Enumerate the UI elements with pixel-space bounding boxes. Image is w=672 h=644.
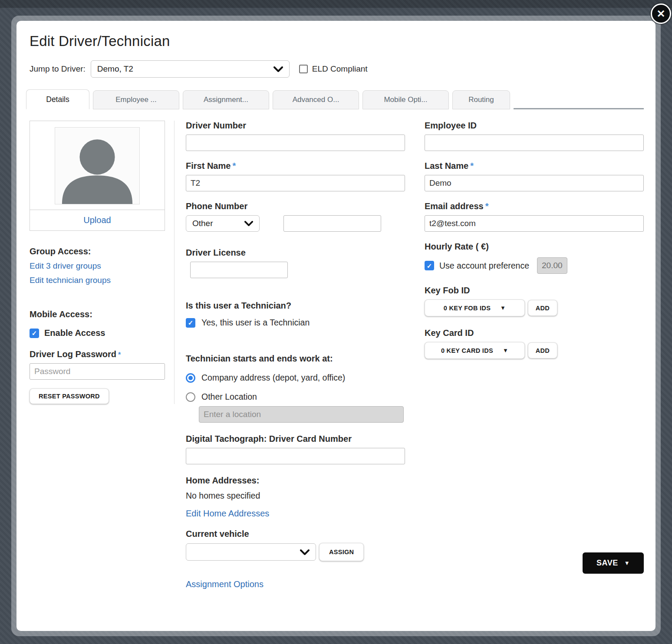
key-card-label: Key Card ID <box>425 328 644 338</box>
current-vehicle-select[interactable] <box>186 543 316 561</box>
company-address-radio[interactable] <box>186 373 195 383</box>
tab-advanced-options[interactable]: Advanced O... <box>273 90 359 109</box>
employee-id-label: Employee ID <box>425 121 644 131</box>
reset-password-button[interactable]: RESET PASSWORD <box>30 388 109 404</box>
first-name-label: First Name* <box>186 161 405 171</box>
jump-to-driver-select[interactable]: Demo, T2 <box>91 60 290 78</box>
tab-bar-rule <box>514 108 644 109</box>
key-card-dropdown[interactable]: 0 KEY CARD IDS ▼ <box>425 342 525 359</box>
caret-down-icon: ▼ <box>500 305 506 311</box>
driver-license-label: Driver License <box>186 248 405 258</box>
caret-down-icon: ▼ <box>503 347 508 354</box>
tab-routing[interactable]: Routing <box>452 90 510 109</box>
technician-question-heading: Is this user a Technician? <box>186 301 405 311</box>
tab-bar: Details Employee ... Assignment... Advan… <box>16 89 656 109</box>
group-access-section: Group Access: Edit 3 driver groups Edit … <box>30 246 165 285</box>
enable-access-label: Enable Access <box>44 328 105 338</box>
details-tab-content: Upload Group Access: Edit 3 driver group… <box>16 121 656 589</box>
is-technician-checkbox[interactable]: ✓ <box>186 318 195 328</box>
driver-number-input[interactable] <box>186 135 405 151</box>
other-location-input <box>199 406 404 423</box>
home-addresses-section: Home Addresses: No homes specified Edit … <box>186 476 405 519</box>
phone-type-value: Other <box>192 219 213 228</box>
mobile-access-heading: Mobile Access: <box>30 309 165 319</box>
use-account-preference-checkbox[interactable]: ✓ <box>425 261 434 270</box>
upload-link[interactable]: Upload <box>83 215 111 225</box>
phone-type-select[interactable]: Other <box>186 215 260 232</box>
driver-number-label: Driver Number <box>186 121 405 131</box>
right-column: Employee ID Last Name* Email address* Ho… <box>425 121 644 359</box>
jump-to-driver-label: Jump to Driver: <box>30 64 86 74</box>
home-addresses-status: No homes specified <box>186 491 405 501</box>
add-key-card-button[interactable]: ADD <box>528 342 557 358</box>
tachograph-input[interactable] <box>186 448 405 464</box>
save-button[interactable]: SAVE ▼ <box>583 552 644 574</box>
last-name-label: Last Name* <box>425 161 644 171</box>
chevron-down-icon <box>244 221 253 226</box>
eld-compliant-checkbox[interactable] <box>299 65 308 73</box>
edit-driver-dialog: Edit Driver/Technician Jump to Driver: D… <box>16 21 656 631</box>
close-dialog-button[interactable]: ✕ <box>651 3 671 24</box>
assignment-options-link[interactable]: Assignment Options <box>186 579 264 589</box>
driver-log-password-label: Driver Log Password <box>30 349 116 359</box>
upload-row: Upload <box>30 210 165 230</box>
tab-mobile-options[interactable]: Mobile Opti... <box>362 90 449 109</box>
employee-id-input[interactable] <box>425 135 644 151</box>
key-fob-section: Key Fob ID 0 KEY FOB IDS ▼ ADD <box>425 286 644 316</box>
jump-to-driver-row: Jump to Driver: Demo, T2 ELD Compliant <box>30 60 656 78</box>
eld-compliant-row: ELD Compliant <box>299 64 368 74</box>
chevron-down-icon <box>300 549 310 555</box>
other-location-label: Other Location <box>201 392 257 402</box>
check-icon: ✓ <box>188 319 194 326</box>
is-technician-label: Yes, this user is a Technician <box>201 318 310 328</box>
key-card-section: Key Card ID 0 KEY CARD IDS ▼ ADD <box>425 328 644 359</box>
driver-photo-box: Upload <box>30 121 165 231</box>
assign-vehicle-button[interactable]: ASSIGN <box>319 543 364 561</box>
close-icon: ✕ <box>656 9 665 19</box>
email-input[interactable] <box>425 215 644 232</box>
driver-photo <box>55 127 140 204</box>
tab-details[interactable]: Details <box>26 89 89 109</box>
hourly-rate-input <box>537 257 567 274</box>
person-silhouette-icon <box>55 130 139 204</box>
left-column: Upload Group Access: Edit 3 driver group… <box>30 121 175 404</box>
required-asterisk: * <box>118 351 121 358</box>
add-key-fob-button[interactable]: ADD <box>528 300 557 316</box>
mobile-access-section: Mobile Access: ✓ Enable Access Driver Lo… <box>30 309 165 404</box>
tab-employee[interactable]: Employee ... <box>93 90 179 109</box>
last-name-input[interactable] <box>425 175 644 191</box>
key-fob-dropdown[interactable]: 0 KEY FOB IDS ▼ <box>425 299 525 316</box>
driver-log-password-group: Driver Log Password* <box>30 349 165 380</box>
driver-license-input[interactable] <box>190 262 288 278</box>
first-name-input[interactable] <box>186 175 405 191</box>
hourly-rate-section: Hourly Rate ( €) ✓ Use account preferenc… <box>425 242 644 274</box>
tab-assignment[interactable]: Assignment... <box>183 90 269 109</box>
use-account-preference-label: Use account preference <box>439 261 529 271</box>
group-access-heading: Group Access: <box>30 246 165 256</box>
phone-number-input[interactable] <box>283 215 381 232</box>
dialog-title: Edit Driver/Technician <box>30 33 656 49</box>
edit-technician-groups-link[interactable]: Edit technician groups <box>30 276 165 285</box>
driver-log-password-input[interactable] <box>30 363 165 380</box>
caret-down-icon: ▼ <box>624 560 630 566</box>
tachograph-label: Digital Tachograph: Driver Card Number <box>186 434 405 444</box>
edit-driver-groups-link[interactable]: Edit 3 driver groups <box>30 261 165 271</box>
company-address-label: Company address (depot, yard, office) <box>201 373 345 383</box>
edit-home-addresses-link[interactable]: Edit Home Addresses <box>186 509 269 519</box>
enable-access-checkbox[interactable]: ✓ <box>30 329 39 338</box>
chevron-down-icon <box>273 66 283 72</box>
check-icon: ✓ <box>32 330 37 336</box>
hourly-rate-label: Hourly Rate ( €) <box>425 242 644 252</box>
jump-to-driver-value: Demo, T2 <box>97 64 133 74</box>
current-vehicle-label: Current vehicle <box>186 529 405 539</box>
other-location-radio[interactable] <box>186 392 195 402</box>
phone-number-label: Phone Number <box>186 201 405 211</box>
middle-column: Driver Number First Name* Phone Number O… <box>186 121 405 589</box>
email-label: Email address* <box>425 201 644 211</box>
key-fob-label: Key Fob ID <box>425 286 644 296</box>
page-top-band <box>0 0 672 8</box>
home-addresses-heading: Home Addresses: <box>186 476 405 486</box>
work-location-heading: Technician starts and ends work at: <box>186 354 405 364</box>
current-vehicle-section: Current vehicle ASSIGN <box>186 529 405 561</box>
check-icon: ✓ <box>427 263 432 269</box>
